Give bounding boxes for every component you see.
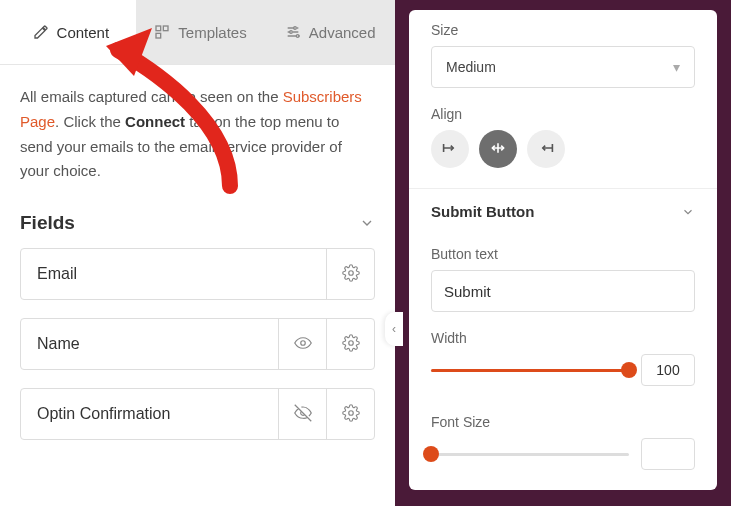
svg-point-7 [300,340,305,345]
left-content: All emails captured can be seen on the S… [0,65,395,458]
svg-point-9 [348,410,353,415]
connect-word: Connect [125,113,185,130]
right-panel: ‹ Size Medium ▾ Align [395,0,731,506]
gear-icon [342,404,360,425]
fields-heading: Fields [20,212,75,234]
submit-button-section-header[interactable]: Submit Button [409,188,717,234]
intro-text: All emails captured can be seen on the S… [20,85,375,184]
chevron-left-icon: ‹ [392,322,396,336]
svg-rect-0 [156,26,161,31]
size-select[interactable]: Medium ▾ [431,46,695,88]
font-size-slider[interactable] [431,451,629,457]
tab-content[interactable]: Content [6,0,136,64]
tab-content-label: Content [57,24,110,41]
font-size-value-input[interactable] [641,438,695,470]
chevron-down-icon [681,205,695,219]
align-center-icon [490,141,506,158]
right-inner: Size Medium ▾ Align [409,10,717,490]
field-row-name: Name [20,318,375,370]
left-panel: Content Templates Advanced All emails ca… [0,0,395,506]
pencil-icon [33,24,49,40]
panel-collapse-toggle[interactable]: ‹ [385,312,403,346]
align-buttons [431,130,695,168]
button-text-input[interactable] [431,270,695,312]
align-group: Align [409,94,717,188]
templates-icon [154,24,170,40]
field-label[interactable]: Email [21,249,326,299]
align-right-icon [538,141,554,158]
svg-rect-1 [164,26,169,31]
field-label[interactable]: Optin Confirmation [21,389,278,439]
eye-icon [294,334,312,355]
field-settings-button[interactable] [326,319,374,369]
intro-mid: . Click the [55,113,125,130]
svg-point-8 [348,340,353,345]
width-label: Width [431,330,695,346]
font-size-label: Font Size [431,414,695,430]
button-text-label: Button text [431,246,695,262]
field-row-optin: Optin Confirmation [20,388,375,440]
tab-templates-label: Templates [178,24,246,41]
gear-icon [342,334,360,355]
font-size-group: Font Size [409,402,717,486]
width-value-input[interactable] [641,354,695,386]
align-label: Align [431,106,695,122]
align-right-button[interactable] [527,130,565,168]
chevron-down-icon [359,215,375,231]
gear-icon [342,264,360,285]
fields-section-header[interactable]: Fields [20,206,375,248]
align-left-button[interactable] [431,130,469,168]
svg-point-6 [348,270,353,275]
tab-advanced-label: Advanced [309,24,376,41]
caret-down-icon: ▾ [673,59,680,75]
field-visibility-button[interactable] [278,389,326,439]
bg-color-group: Background Color [409,486,717,490]
svg-point-4 [289,31,292,34]
tab-advanced[interactable]: Advanced [265,0,395,64]
font-size-slider-row [431,438,695,470]
field-settings-button[interactable] [326,389,374,439]
size-group: Size Medium ▾ [409,10,717,94]
tabs-row: Content Templates Advanced [0,0,395,65]
field-label[interactable]: Name [21,319,278,369]
svg-point-3 [293,27,296,30]
tab-templates[interactable]: Templates [136,0,266,64]
sliders-icon [285,24,301,40]
field-settings-button[interactable] [326,249,374,299]
submit-heading: Submit Button [431,203,534,220]
width-slider[interactable] [431,367,629,373]
size-label: Size [431,22,695,38]
width-slider-row [431,354,695,386]
intro-pre: All emails captured can be seen on the [20,88,283,105]
svg-point-5 [296,35,299,38]
size-value: Medium [446,59,496,75]
width-group: Width [409,318,717,402]
align-left-icon [442,141,458,158]
button-text-group: Button text [409,234,717,318]
svg-rect-2 [156,33,161,38]
field-row-email: Email [20,248,375,300]
eye-off-icon [294,404,312,425]
field-visibility-button[interactable] [278,319,326,369]
align-center-button[interactable] [479,130,517,168]
